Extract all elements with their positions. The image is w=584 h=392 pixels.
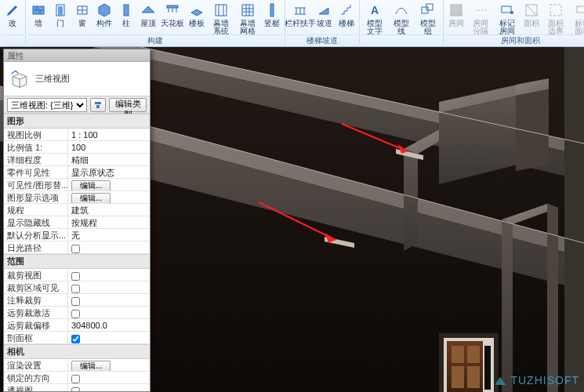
filter-icon	[94, 101, 102, 109]
ribbon-label: 天花板	[161, 20, 184, 27]
ribbon-group: 改	[0, 0, 26, 47]
grid-row[interactable]: 默认分析显示...无	[4, 229, 150, 241]
ribbon-column[interactable]: 柱	[115, 0, 137, 34]
grid-row[interactable]: 零件可见性显示原状态	[4, 166, 150, 179]
grid-val[interactable]: 建筑	[68, 204, 150, 216]
ribbon-label: 构件	[96, 20, 112, 27]
grid-row[interactable]: 裁剪区域可见	[4, 281, 150, 294]
grid-checkbox[interactable]	[71, 335, 80, 343]
grid-row[interactable]: 图形显示选项编辑...	[4, 191, 150, 204]
grid-key: 锁定的方向	[4, 372, 68, 383]
grid-section[interactable]: 范围	[4, 254, 150, 269]
grid-edit-button[interactable]: 编辑...	[71, 180, 111, 191]
grid-row[interactable]: 裁剪视图	[4, 269, 150, 281]
grid-row[interactable]: 可见性/图形替...编辑...	[4, 179, 150, 191]
ribbon-mgroup[interactable]: 模型 组	[415, 0, 441, 34]
grid-edit-button[interactable]: 编辑...	[71, 193, 111, 203]
grid-row[interactable]: 剖面框	[4, 332, 150, 344]
ribbon-grid[interactable]: 幕墙 网格	[234, 0, 261, 34]
grid-row[interactable]: 透视图	[4, 384, 150, 391]
ribbon-mtext[interactable]: A模型 文字	[361, 0, 388, 34]
ribbon-wall[interactable]: 墙	[27, 0, 49, 34]
ribbon-roomtag[interactable]: 标记 房间	[494, 0, 521, 34]
grid-row[interactable]: 渲染设置编辑...	[4, 359, 150, 372]
grid-val[interactable]: 精细	[68, 154, 150, 165]
area-icon	[523, 2, 540, 19]
grid-val[interactable]: 无	[68, 229, 150, 241]
grid-val[interactable]: 编辑...	[68, 359, 150, 371]
ribbon-component[interactable]: 构件	[93, 0, 115, 34]
svg-rect-26	[550, 5, 561, 16]
ribbon-mline[interactable]: 模型 线	[388, 0, 415, 34]
grid-val[interactable]	[68, 294, 150, 306]
grid-row[interactable]: 比例值 1:100	[4, 141, 150, 154]
ribbon-door[interactable]: 门	[49, 0, 71, 34]
grid-val[interactable]	[68, 241, 150, 253]
grid-val[interactable]	[68, 307, 150, 318]
ribbon-group: 墙门窗构件柱屋顶天花板楼板幕墙 系统幕墙 网格竖梃构建	[26, 0, 285, 47]
properties-panel: 属性 三维视图 三维视图: {三维} 编辑类型 图形视图比例1 : 100比例值…	[3, 49, 151, 392]
svg-marker-50	[516, 89, 549, 171]
grid-val[interactable]: 按规程	[68, 216, 150, 228]
grid-checkbox[interactable]	[71, 297, 80, 306]
grid-key: 图形显示选项	[4, 191, 68, 203]
grid-row[interactable]: 规程建筑	[4, 204, 150, 216]
grid-val[interactable]	[68, 372, 150, 383]
grid-val[interactable]: 显示原状态	[68, 166, 150, 178]
ribbon-group-label: 楼梯坡道	[287, 34, 357, 45]
property-grid[interactable]: 图形视图比例1 : 100比例值 1:100详细程度精细零件可见性显示原状态可见…	[4, 114, 150, 391]
grid-checkbox[interactable]	[71, 245, 80, 253]
panel-selector: 三维视图: {三维} 编辑类型	[4, 96, 150, 114]
grid-checkbox[interactable]	[71, 285, 80, 293]
ribbon-label: 楼梯	[339, 20, 354, 27]
watermark-text: TUZHISOFT	[510, 374, 579, 387]
grid-val[interactable]: 304800.0	[68, 319, 150, 331]
ribbon-floor[interactable]: 楼板	[186, 0, 208, 34]
column-icon	[118, 2, 135, 19]
grid-icon	[239, 2, 256, 19]
grid-section[interactable]: 图形	[4, 114, 150, 129]
grid-checkbox[interactable]	[71, 375, 80, 383]
grid-row[interactable]: 日光路径	[4, 241, 150, 254]
ribbon-mullion[interactable]: 竖梃	[261, 0, 283, 34]
grid-edit-button[interactable]: 编辑...	[71, 361, 111, 371]
ribbon-ceiling[interactable]: 天花板	[159, 0, 186, 34]
grid-val[interactable]: 100	[68, 141, 150, 153]
ceiling-icon	[164, 2, 181, 19]
ribbon-edit[interactable]: 改	[2, 0, 24, 34]
ribbon-ramp[interactable]: 坡道	[314, 0, 336, 34]
grid-val[interactable]	[68, 281, 150, 293]
grid-val[interactable]	[68, 332, 150, 343]
ribbon-curtain[interactable]: 幕墙 系统	[208, 0, 234, 34]
ribbon-roof[interactable]: 屋顶	[137, 0, 159, 34]
grid-row[interactable]: 注释裁剪	[4, 294, 150, 307]
ribbon-label: 标记 房间	[499, 20, 515, 35]
type-selector[interactable]: 三维视图: {三维}	[7, 98, 87, 112]
grid-val[interactable]: 1 : 100	[68, 129, 150, 140]
svg-rect-17	[242, 5, 253, 16]
grid-section[interactable]: 相机	[4, 344, 150, 359]
grid-row[interactable]: 锁定的方向	[4, 372, 150, 384]
grid-val[interactable]: 编辑...	[68, 191, 150, 203]
grid-row[interactable]: 显示隐藏线按规程	[4, 216, 150, 229]
curtain-icon	[212, 2, 230, 19]
grid-row[interactable]: 远剪裁激活	[4, 307, 150, 319]
grid-row[interactable]: 视图比例1 : 100	[4, 129, 150, 141]
ribbon-window[interactable]: 窗	[71, 0, 93, 34]
ribbon-railing[interactable]: 栏杆扶手	[287, 0, 314, 34]
grid-row[interactable]: 远剪裁偏移304800.0	[4, 319, 150, 332]
ribbon-group: 栏杆扶手坡道楼梯楼梯坡道	[285, 0, 360, 47]
edit-type-button[interactable]: 编辑类型	[109, 98, 147, 112]
grid-val[interactable]	[68, 269, 150, 281]
grid-checkbox[interactable]	[71, 272, 80, 281]
railing-icon	[292, 2, 309, 19]
grid-val[interactable]	[68, 384, 150, 391]
grid-val[interactable]: 编辑...	[68, 179, 150, 191]
grid-row[interactable]: 详细程度精细	[4, 154, 150, 166]
grid-key: 透视图	[4, 384, 68, 391]
ribbon-stair[interactable]: 楼梯	[336, 0, 357, 34]
grid-checkbox[interactable]	[71, 387, 80, 391]
filter-icon-btn[interactable]	[90, 98, 106, 112]
panel-header: 三维视图	[4, 62, 150, 96]
grid-checkbox[interactable]	[71, 310, 80, 318]
